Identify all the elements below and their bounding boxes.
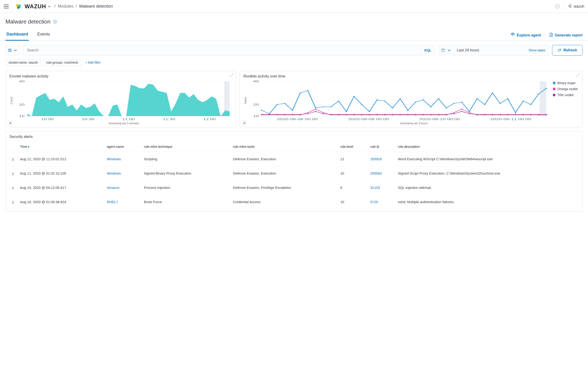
expand-icon[interactable] [230,73,233,77]
filter-pill[interactable]: rule.groups: rootcheck [43,59,81,66]
svg-point-40 [384,101,386,101]
expand-row-icon[interactable]: ❯ [12,158,15,161]
svg-point-68 [307,112,309,113]
sort-desc-icon: ▼ [28,146,30,148]
cell-time: Aug 11, 2020 @ 01:32:10.105 [18,166,105,181]
cell-technique: Signed Binary Proxy Execution [142,166,231,181]
breadcrumb-current: Malware detection [79,4,113,9]
col-description[interactable]: rule.description [396,142,579,152]
cell-ruleid-link[interactable]: 255926 [370,157,382,161]
cell-ruleid-link[interactable]: 5720 [370,200,378,204]
search-input[interactable] [23,45,421,55]
info-icon[interactable]: i [53,20,57,24]
expand-icon[interactable] [576,73,579,77]
legend-dot-icon [553,94,555,96]
svg-point-114 [369,114,370,115]
legend-toggle-icon[interactable] [242,121,247,125]
svg-point-26 [276,104,278,105]
svg-text:10: 10 [19,115,24,118]
date-range-label[interactable]: Last 24 hours [454,45,525,55]
svg-point-61 [546,88,547,89]
show-dates-button[interactable]: Show dates [525,48,549,52]
generate-report-button[interactable]: Generate report [549,33,582,38]
svg-point-27 [284,103,286,104]
chevron-down-icon[interactable] [47,5,51,8]
menu-toggle-icon[interactable] [4,5,9,8]
svg-point-119 [407,114,409,115]
brand-text: WAZUH [25,3,46,10]
svg-point-120 [415,114,416,115]
page-title: Malware detection [6,18,51,25]
svg-point-41 [392,108,393,109]
cell-agent-link[interactable]: Windows [107,157,121,161]
svg-point-36 [353,96,355,97]
cell-level: 6 [338,181,368,195]
add-filter-button[interactable]: + Add filter [83,59,103,66]
svg-point-116 [384,114,386,115]
svg-point-0 [16,4,19,7]
col-tactic[interactable]: rule.mitre.tactic [230,142,338,152]
col-rule-id[interactable]: rule.id [368,142,396,152]
wazuh-logo[interactable]: WAZUH [25,3,51,10]
legend-toggle-icon[interactable] [8,121,13,125]
col-level[interactable]: rule.level [338,142,368,152]
y-axis-label: Count [9,80,14,121]
col-agent[interactable]: agent.name [105,142,142,152]
document-icon [549,33,553,38]
col-time[interactable]: Time▼ [18,142,105,152]
quick-date-button[interactable] [439,48,454,52]
expand-row-icon[interactable]: ❯ [12,201,15,204]
svg-point-102 [276,114,278,115]
saved-query-button[interactable] [6,45,20,55]
svg-point-133 [515,114,516,115]
col-technique[interactable]: rule.mitre.technique [142,142,231,152]
cell-technique: Brute Force [142,195,231,209]
table-row: ❯ Aug 12, 2020 @ 11:10:01.012 Windows Sc… [9,152,579,166]
svg-point-33 [330,107,332,107]
svg-point-117 [392,114,393,115]
tab-events[interactable]: Events [36,32,51,41]
svg-point-109 [330,114,332,115]
cell-agent-link[interactable]: Windows [107,171,121,175]
legend-item[interactable]: TRK rootkit [553,93,578,97]
svg-rect-23 [540,81,546,116]
legend-item[interactable]: Binary trojan [553,81,578,85]
svg-point-47 [438,98,439,99]
svg-point-58 [522,101,524,101]
legend-item[interactable]: Omega rootkit [553,87,578,91]
refresh-button[interactable]: Refresh [552,45,582,55]
svg-point-28 [292,110,293,111]
cell-agent-link[interactable]: RHEL7 [107,200,118,204]
cell-description: Signed Script Proxy Execution: C:\Window… [396,166,579,181]
svg-text:11:00: 11:00 [122,118,135,121]
cell-time: Aug 12, 2020 @ 11:10:01.012 [18,152,105,166]
svg-point-106 [307,113,309,114]
breadcrumb-sep: / [54,4,55,9]
svg-point-110 [338,114,340,115]
svg-point-44 [415,102,416,103]
cell-ruleid-link[interactable]: 255563 [370,171,382,175]
explore-agent-button[interactable]: Explore agent [511,33,541,38]
chevron-down-icon [14,48,17,52]
svg-point-49 [453,103,455,104]
svg-point-101 [269,114,270,115]
tab-dashboard[interactable]: Dashboard [6,32,29,41]
user-menu[interactable]: wazuh [568,4,584,9]
breadcrumb-parent[interactable]: Modules [58,4,73,9]
svg-point-124 [445,114,447,115]
cell-tactic: Defense Evasion, Execution [230,166,338,181]
filter-pill[interactable]: cluster.name: wazuh [6,59,41,66]
svg-point-70 [323,112,324,113]
svg-point-45 [422,99,424,100]
table-row: ❯ Aug 10, 2020 @ 04:12:05.417 Amazon Pro… [9,181,579,195]
cell-description: sshd: Multiple authentication failures. [396,195,579,209]
expand-row-icon[interactable]: ❯ [12,186,15,190]
refresh-icon [557,48,561,52]
expand-row-icon[interactable]: ❯ [12,172,15,175]
divider [12,3,12,10]
elastic-logo-icon[interactable] [15,3,21,9]
cell-ruleid-link[interactable]: 31103 [370,186,380,190]
svg-point-87 [453,112,455,113]
cell-agent-link[interactable]: Amazon [107,186,120,190]
kql-toggle[interactable]: KQL [421,45,435,55]
